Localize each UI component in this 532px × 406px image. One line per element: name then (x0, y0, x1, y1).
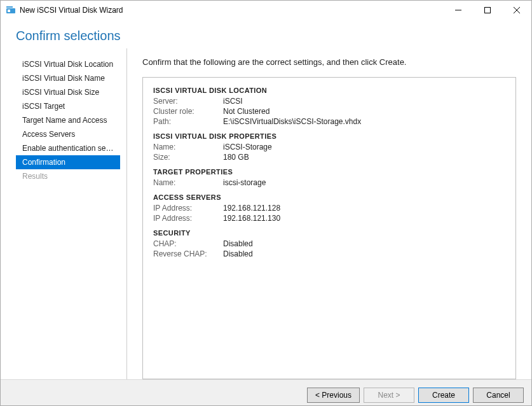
row-disk-size: Size: 180 GB (153, 153, 505, 162)
close-button[interactable] (502, 1, 531, 20)
wizard-footer: < Previous Next > Create Cancel (1, 379, 531, 406)
label-path: Path: (153, 117, 223, 126)
previous-button[interactable]: < Previous (307, 388, 360, 403)
row-path: Path: E:\iSCSIVirtualDisks\iSCSI-Storage… (153, 117, 505, 126)
row-server: Server: iSCSI (153, 97, 505, 106)
value-chap: Disabled (223, 239, 253, 248)
value-path: E:\iSCSIVirtualDisks\iSCSI-Storage.vhdx (223, 117, 361, 126)
wizard-main: Confirm that the following are the corre… (127, 48, 516, 379)
label-chap: CHAP: (153, 239, 223, 248)
label-server: Server: (153, 97, 223, 106)
svg-rect-1 (8, 10, 10, 12)
instruction-text: Confirm that the following are the corre… (142, 57, 516, 67)
label-target-name: Name: (153, 178, 223, 187)
label-disk-size: Size: (153, 153, 223, 162)
label-ip1: IP Address: (153, 204, 223, 213)
page-title: Confirm selections (16, 29, 516, 43)
app-icon (6, 5, 16, 15)
section-access-title: ACCESS SERVERS (153, 193, 505, 201)
window-title: New iSCSI Virtual Disk Wizard (20, 6, 123, 15)
value-disk-name: iSCSI-Storage (223, 143, 272, 151)
summary-panel: ISCSI VIRTUAL DISK LOCATION Server: iSCS… (142, 77, 516, 379)
label-disk-name: Name: (153, 143, 223, 151)
svg-rect-4 (485, 8, 491, 13)
step-name[interactable]: iSCSI Virtual Disk Name (16, 71, 120, 85)
step-access-servers[interactable]: Access Servers (16, 127, 120, 141)
minimize-button[interactable] (444, 1, 473, 20)
value-target-name: iscsi-storage (223, 178, 266, 187)
maximize-button[interactable] (473, 1, 502, 20)
value-rchap: Disabled (223, 249, 253, 258)
row-ip1: IP Address: 192.168.121.128 (153, 204, 505, 213)
step-results: Results (16, 169, 120, 183)
wizard-steps-sidebar: iSCSI Virtual Disk Location iSCSI Virtua… (16, 48, 127, 379)
step-target[interactable]: iSCSI Target (16, 99, 120, 113)
value-ip1: 192.168.121.128 (223, 204, 280, 213)
row-disk-name: Name: iSCSI-Storage (153, 143, 505, 151)
value-ip2: 192.168.121.130 (223, 214, 280, 223)
label-ip2: IP Address: (153, 214, 223, 223)
section-properties-title: ISCSI VIRTUAL DISK PROPERTIES (153, 132, 505, 140)
step-location[interactable]: iSCSI Virtual Disk Location (16, 57, 120, 71)
section-security-title: SECURITY (153, 229, 505, 237)
step-confirmation[interactable]: Confirmation (16, 155, 120, 169)
step-target-name[interactable]: Target Name and Access (16, 113, 120, 127)
value-server: iSCSI (223, 97, 243, 106)
row-chap: CHAP: Disabled (153, 239, 505, 248)
cancel-button[interactable]: Cancel (473, 388, 524, 403)
next-button: Next > (364, 388, 414, 403)
row-rchap: Reverse CHAP: Disabled (153, 249, 505, 258)
step-auth[interactable]: Enable authentication ser... (16, 141, 120, 155)
step-size[interactable]: iSCSI Virtual Disk Size (16, 85, 120, 99)
row-cluster: Cluster role: Not Clustered (153, 107, 505, 116)
row-target-name: Name: iscsi-storage (153, 178, 505, 187)
svg-rect-2 (6, 6, 13, 8)
section-target-title: TARGET PROPERTIES (153, 168, 505, 176)
label-cluster: Cluster role: (153, 107, 223, 116)
value-disk-size: 180 GB (223, 153, 249, 162)
create-button[interactable]: Create (418, 388, 469, 403)
row-ip2: IP Address: 192.168.121.130 (153, 214, 505, 223)
value-cluster: Not Clustered (223, 107, 269, 116)
wizard-header: Confirm selections (1, 20, 531, 48)
label-rchap: Reverse CHAP: (153, 249, 223, 258)
section-location-title: ISCSI VIRTUAL DISK LOCATION (153, 87, 505, 94)
titlebar: New iSCSI Virtual Disk Wizard (1, 1, 531, 20)
